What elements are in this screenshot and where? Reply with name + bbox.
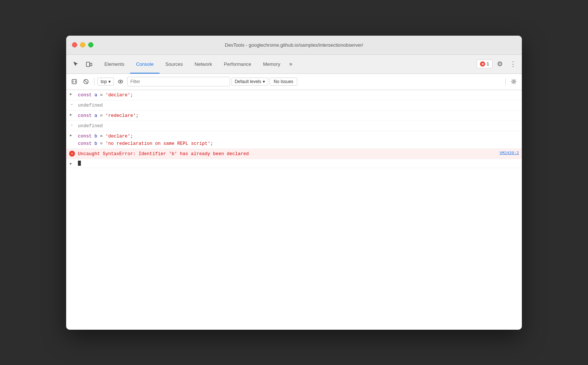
tab-icon-group <box>69 55 96 74</box>
console-settings-button[interactable] <box>509 76 519 87</box>
expand-icon[interactable]: ▶ <box>70 112 74 117</box>
line-gutter: ▶ <box>66 112 78 117</box>
error-source[interactable]: VM2439:2 <box>494 150 519 155</box>
cursor <box>78 161 81 166</box>
error-count: 1 <box>487 61 489 67</box>
return-icon: ← <box>71 123 74 127</box>
expand-icon[interactable]: ▶ <box>70 133 74 137</box>
return-icon: ← <box>71 102 74 107</box>
error-badge[interactable]: ✕ 1 <box>477 60 492 68</box>
execute-button[interactable] <box>69 76 79 87</box>
svg-rect-0 <box>86 62 90 67</box>
maximize-button[interactable] <box>88 42 93 47</box>
line-gutter: ▶ <box>66 91 78 96</box>
line-content: const a = 'declare'; <box>78 91 519 99</box>
line-content: undefined <box>78 122 519 130</box>
input-prompt-gutter: ▶ <box>66 161 78 166</box>
inspect-element-button[interactable] <box>69 57 82 71</box>
console-line: ← undefined <box>66 121 522 131</box>
line-content: const b = 'declare'; const b = 'no redec… <box>78 132 519 147</box>
tab-network[interactable]: Network <box>189 55 218 74</box>
levels-dropdown[interactable]: Default levels ▾ <box>232 78 268 86</box>
toolbar-divider-2 <box>505 78 506 85</box>
settings-button[interactable]: ⚙ <box>494 58 506 70</box>
error-badge-icon: ✕ <box>480 61 485 67</box>
line-gutter: ✕ <box>66 150 78 157</box>
tabsbar: Elements Console Sources Network Perform… <box>66 55 522 74</box>
traffic-lights <box>72 42 93 47</box>
line-content: const a = 'redeclare'; <box>78 112 519 119</box>
input-prompt-icon[interactable]: ▶ <box>70 161 74 166</box>
svg-point-9 <box>513 81 515 83</box>
error-message: Uncaught SyntaxError: Identifier 'b' has… <box>78 150 494 158</box>
console-line: ← undefined <box>66 100 522 111</box>
console-toolbar: top ▾ Default levels ▾ No Issues <box>66 74 522 90</box>
console-line: ▶ const b = 'declare'; const b = 'no red… <box>66 131 522 149</box>
titlebar: DevTools - googlechrome.github.io/sample… <box>66 36 522 55</box>
levels-arrow: ▾ <box>263 79 265 84</box>
clear-console-button[interactable] <box>81 76 91 87</box>
expand-icon[interactable]: ▶ <box>70 92 74 96</box>
context-arrow: ▾ <box>108 79 111 84</box>
tab-elements[interactable]: Elements <box>98 55 130 74</box>
close-button[interactable] <box>72 42 77 47</box>
window-title: DevTools - googlechrome.github.io/sample… <box>225 42 363 48</box>
context-label: top <box>101 79 107 84</box>
tab-performance[interactable]: Performance <box>218 55 257 74</box>
console-line: ▶ const a = 'declare'; <box>66 90 522 100</box>
no-issues-button[interactable]: No Issues <box>270 78 297 86</box>
console-input-line: ▶ <box>66 159 522 168</box>
line-gutter: ← <box>66 101 78 107</box>
more-tabs-button[interactable]: » <box>286 55 295 74</box>
context-selector[interactable]: top ▾ <box>97 78 114 86</box>
levels-label: Default levels <box>235 79 261 84</box>
console-error-line: ✕ Uncaught SyntaxError: Identifier 'b' h… <box>66 149 522 159</box>
toolbar-divider-1 <box>94 78 94 85</box>
device-toolbar-button[interactable] <box>82 57 96 71</box>
console-line: ▶ const a = 'redeclare'; <box>66 111 522 121</box>
tab-sources[interactable]: Sources <box>159 55 189 74</box>
devtools-window: DevTools - googlechrome.github.io/sample… <box>66 36 522 330</box>
line-gutter: ← <box>66 122 78 127</box>
tab-memory[interactable]: Memory <box>257 55 286 74</box>
line-gutter: ▶ <box>66 132 78 137</box>
tabsbar-right: ✕ 1 ⚙ ⋮ <box>477 55 519 74</box>
svg-rect-2 <box>72 79 76 84</box>
line-content: undefined <box>78 101 519 109</box>
svg-point-8 <box>120 81 121 82</box>
eye-button[interactable] <box>115 76 126 87</box>
more-options-button[interactable]: ⋮ <box>507 58 519 70</box>
filter-input[interactable] <box>127 77 230 86</box>
svg-rect-1 <box>90 63 92 66</box>
error-icon: ✕ <box>69 151 75 157</box>
tab-console[interactable]: Console <box>130 55 159 74</box>
svg-line-6 <box>84 80 88 83</box>
console-output[interactable]: ▶ const a = 'declare'; ← undefined ▶ con… <box>66 90 522 330</box>
minimize-button[interactable] <box>80 42 85 47</box>
